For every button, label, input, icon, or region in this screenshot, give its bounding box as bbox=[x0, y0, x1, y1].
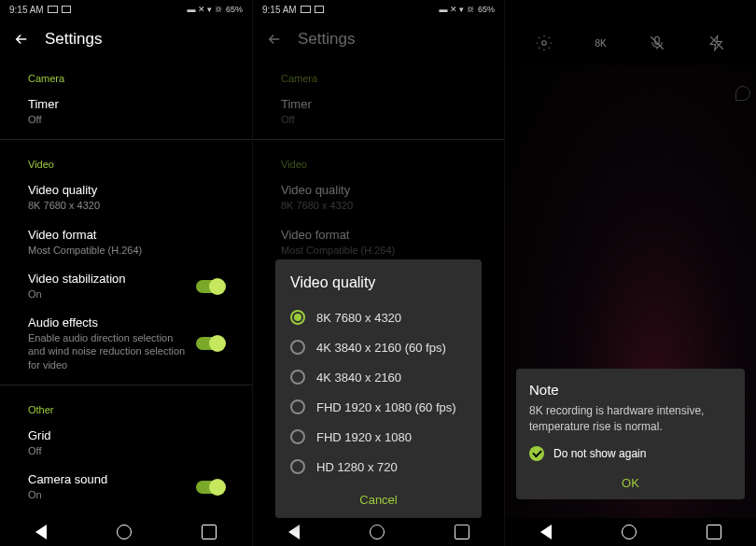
back-icon bbox=[266, 31, 283, 48]
page-title: Settings bbox=[298, 30, 355, 49]
status-time: 9:15 AM bbox=[9, 5, 44, 15]
nav-recent-icon[interactable] bbox=[455, 525, 469, 539]
page-title: Settings bbox=[45, 30, 102, 49]
quality-badge[interactable]: 8K bbox=[595, 38, 607, 49]
network-icons: ▬ ✕ ▾ ⛭ bbox=[187, 5, 223, 14]
divider bbox=[0, 139, 252, 140]
nav-back-icon[interactable] bbox=[540, 525, 552, 539]
nav-recent-icon[interactable] bbox=[202, 525, 217, 539]
nav-home-icon[interactable] bbox=[370, 525, 385, 539]
mail-icon bbox=[301, 6, 311, 13]
section-camera: Camera bbox=[0, 60, 252, 90]
divider bbox=[253, 139, 504, 140]
toggle-camera-sound[interactable] bbox=[196, 481, 224, 494]
toggle-audio[interactable] bbox=[196, 337, 224, 350]
radio-icon bbox=[290, 399, 305, 414]
setting-timer[interactable]: Timer Off bbox=[0, 90, 252, 133]
settings-panel-1: 9:15 AM ▬ ✕ ▾ ⛭ 65% Settings Camera Time… bbox=[0, 0, 252, 546]
status-time: 9:15 AM bbox=[262, 5, 297, 15]
option-fhd[interactable]: FHD 1920 x 1080 bbox=[290, 422, 467, 452]
radio-icon bbox=[290, 429, 305, 444]
note-dialog: Note 8K recording is hardware intensive,… bbox=[516, 369, 745, 499]
setting-video-quality[interactable]: Video quality 8K 7680 x 4320 bbox=[0, 175, 252, 219]
video-quality-dialog: Video quality 8K 7680 x 4320 4K 3840 x 2… bbox=[275, 259, 482, 518]
setting-video-format[interactable]: Video format Most Compatible (H.264) bbox=[0, 220, 252, 264]
nav-recent-icon[interactable] bbox=[707, 525, 721, 539]
section-other: Other bbox=[0, 391, 252, 421]
section-video: Video bbox=[0, 146, 252, 175]
camera-toolbar: 8K bbox=[505, 24, 756, 62]
dont-show-checkbox[interactable]: Do not show again bbox=[529, 446, 732, 461]
option-fhd-60[interactable]: FHD 1920 x 1080 (60 fps) bbox=[290, 392, 467, 422]
mail-icon bbox=[48, 6, 58, 13]
status-bar: 9:15 AM ▬ ✕ ▾ ⛭ 65% bbox=[0, 0, 252, 19]
toggle-stabilization[interactable] bbox=[196, 280, 224, 293]
settings-icon[interactable] bbox=[536, 35, 553, 51]
divider bbox=[0, 385, 252, 385]
network-icons: ▬ ✕ ▾ ⛭ bbox=[439, 5, 475, 14]
section-camera: Camera bbox=[253, 60, 504, 90]
svg-point-0 bbox=[542, 41, 547, 46]
setting-audio-effects[interactable]: Audio effects Enable audio direction sel… bbox=[0, 308, 252, 379]
camera-panel: 8K Note 8K recording is hardware intensi… bbox=[504, 0, 756, 546]
radio-icon bbox=[290, 340, 305, 355]
checkmark-icon bbox=[529, 446, 544, 461]
setting-camera-sound[interactable]: Camera sound On bbox=[0, 465, 252, 509]
option-4k-60[interactable]: 4K 3840 x 2160 (60 fps) bbox=[290, 332, 467, 362]
battery-text: 65% bbox=[478, 5, 495, 14]
flash-off-icon[interactable] bbox=[708, 35, 725, 51]
settings-panel-2: 9:15 AM ▬ ✕ ▾ ⛭ 65% Settings Camera Time… bbox=[252, 0, 504, 546]
setting-timer: Timer Off bbox=[253, 90, 504, 133]
header: Settings bbox=[253, 19, 504, 60]
status-bar: 9:15 AM ▬ ✕ ▾ ⛭ 65% bbox=[253, 0, 504, 19]
note-ok-button[interactable]: OK bbox=[529, 469, 732, 492]
section-video: Video bbox=[253, 146, 504, 175]
setting-video-stabilization[interactable]: Video stabilization On bbox=[0, 264, 252, 308]
radio-icon bbox=[290, 459, 305, 474]
navbar bbox=[505, 518, 756, 546]
setting-grid[interactable]: Grid Off bbox=[0, 421, 252, 465]
navbar bbox=[253, 518, 504, 546]
dialog-title: Video quality bbox=[290, 274, 467, 291]
nav-back-icon[interactable] bbox=[288, 525, 300, 539]
navbar bbox=[0, 518, 252, 546]
back-icon[interactable] bbox=[13, 31, 30, 48]
setting-video-quality: Video quality 8K 7680 x 4320 bbox=[253, 175, 504, 219]
mic-off-icon[interactable] bbox=[649, 35, 665, 51]
header: Settings bbox=[0, 19, 252, 60]
battery-text: 65% bbox=[226, 5, 243, 14]
screenshot-icon bbox=[62, 6, 71, 13]
screenshot-icon bbox=[315, 6, 324, 13]
radio-icon bbox=[290, 370, 305, 385]
note-title: Note bbox=[529, 382, 732, 398]
radio-icon bbox=[290, 310, 305, 325]
option-hd[interactable]: HD 1280 x 720 bbox=[290, 452, 467, 482]
dont-show-label: Do not show again bbox=[553, 447, 646, 460]
option-8k[interactable]: 8K 7680 x 4320 bbox=[290, 302, 467, 332]
note-body: 8K recording is hardware intensive, temp… bbox=[529, 403, 732, 435]
nav-home-icon[interactable] bbox=[622, 525, 637, 539]
dialog-cancel-button[interactable]: Cancel bbox=[290, 482, 467, 511]
nav-home-icon[interactable] bbox=[117, 525, 132, 539]
nav-back-icon[interactable] bbox=[35, 525, 47, 539]
setting-video-format: Video format Most Compatible (H.264) bbox=[253, 220, 504, 264]
option-4k[interactable]: 4K 3840 x 2160 bbox=[290, 362, 467, 392]
